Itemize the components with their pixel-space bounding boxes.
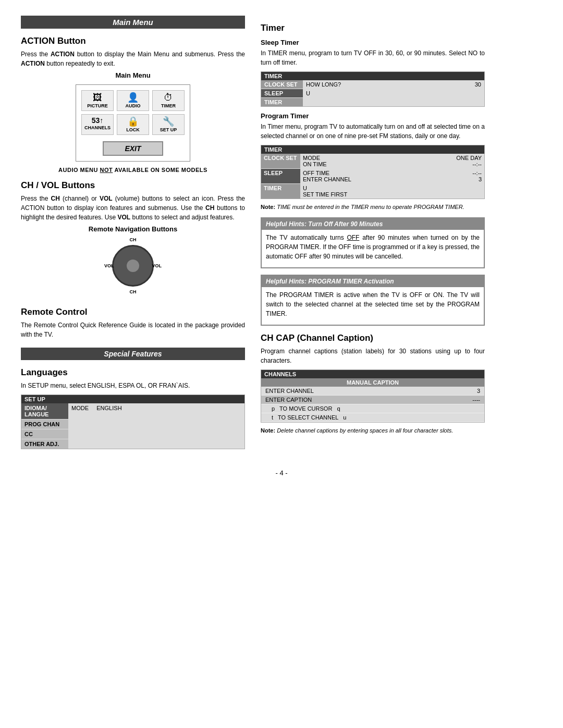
remote-nav-box: CH CH VOL VOL xyxy=(21,237,245,300)
program-timer-subtitle: Program Timer xyxy=(261,112,485,120)
sleep-timer-clockset-left: CLOCK SET xyxy=(261,80,303,89)
remote-control-body: The Remote Control Quick Reference Guide… xyxy=(21,320,245,339)
program-timer-body: In Timer menu, program TV to automatical… xyxy=(261,122,485,141)
prog-timer-timer-right: U SET TIME FIRST xyxy=(300,184,484,199)
setup-left-idioma: IDIOMA/LANGUE xyxy=(21,403,68,419)
helpful-hints-1-header: Helpful Hints: Turn Off After 90 Minutes xyxy=(262,218,484,230)
main-menu-sub-title: Main Menu xyxy=(21,71,245,79)
page-number: - 4 - xyxy=(21,469,542,477)
setup-left-cc: CC xyxy=(21,429,68,439)
setup-row-idioma: IDIOMA/LANGUE MODE ENGLISH xyxy=(21,403,244,419)
prog-timer-timer-row: TIMER U SET TIME FIRST xyxy=(261,184,484,199)
right-column: Timer Sleep Timer In TIMER menu, program… xyxy=(261,16,485,453)
menu-icon-picture: 🖼 PICTURE xyxy=(81,90,114,111)
channels-header: CHANNELS xyxy=(261,370,484,378)
action-button-title: ACTION Button xyxy=(21,36,245,46)
helpful-hints-1-box: Helpful Hints: Turn Off After 90 Minutes… xyxy=(261,217,485,268)
channels-enter-caption-row: ENTER CAPTION ---- xyxy=(261,396,484,404)
setup-menu-box: SET UP IDIOMA/LANGUE MODE ENGLISH PROG C… xyxy=(21,394,245,449)
channels-select-channel-row: t TO SELECT CHANNEL u xyxy=(261,413,484,422)
helpful-hints-2-box: Helpful Hints: PROGRAM TIMER Activation … xyxy=(261,275,485,326)
main-menu-box: 🖼 PICTURE 👤 AUDIO ⏱ TIMER 53↑ CHANNELS 🔒 xyxy=(76,84,190,162)
setup-left-otheradj: OTHER ADJ. xyxy=(21,439,68,449)
dpad-center xyxy=(127,260,139,272)
sleep-timer-header: TIMER xyxy=(261,72,484,80)
helpful-hints-2-body: The PROGRAM TIMER is active when the TV … xyxy=(262,287,484,325)
prog-timer-clockset-right: MODEONE DAY ON TIME--:-- xyxy=(300,154,484,168)
dpad-circle xyxy=(112,245,154,287)
setup-right-otheradj xyxy=(68,439,244,449)
menu-icon-audio: 👤 AUDIO xyxy=(117,90,149,111)
main-menu-header: Main Menu xyxy=(21,16,245,29)
ch-cap-body: Program channel captions (station labels… xyxy=(261,347,485,365)
dpad-container: CH CH VOL VOL xyxy=(104,237,162,294)
setup-row-progchan: PROG CHAN xyxy=(21,419,244,429)
languages-title: Languages xyxy=(21,367,245,378)
sleep-timer-timer-row: TIMER xyxy=(261,98,484,106)
languages-body: In SETUP menu, select ENGLISH, ESPA OL, … xyxy=(21,381,245,390)
ch-top-label: CH xyxy=(130,237,137,242)
prog-timer-sleep-row: SLEEP OFF TIME--:-- ENTER CHANNEL3 xyxy=(261,169,484,184)
left-column: Main Menu ACTION Button Press the ACTION… xyxy=(21,16,245,453)
prog-timer-clockset-row: CLOCK SET MODEONE DAY ON TIME--:-- xyxy=(261,154,484,169)
menu-icon-setup: 🔧 SET UP xyxy=(152,114,185,135)
channels-enter-channel-row: ENTER CHANNEL 3 xyxy=(261,387,484,396)
sleep-timer-clockset-row: CLOCK SET HOW LONG? 30 xyxy=(261,80,484,89)
sleep-timer-body: In TIMER menu, program to turn TV OFF in… xyxy=(261,48,485,67)
prog-timer-header: TIMER xyxy=(261,145,484,154)
prog-timer-sleep-left: SLEEP xyxy=(261,169,300,183)
vol-left-label: VOL xyxy=(104,263,114,268)
prog-timer-sleep-right: OFF TIME--:-- ENTER CHANNEL3 xyxy=(300,169,484,183)
sleep-timer-timer-left: TIMER xyxy=(261,98,303,106)
menu-icon-timer: ⏱ TIMER xyxy=(152,90,185,111)
sleep-timer-timer-right xyxy=(303,98,484,106)
setup-right-progchan xyxy=(68,419,244,429)
timer-title: Timer xyxy=(261,23,485,33)
ch-cap-title: CH CAP (Channel Caption) xyxy=(261,333,485,343)
helpful-hints-2-header: Helpful Hints: PROGRAM TIMER Activation xyxy=(262,276,484,287)
action-button-body: Press the ACTION button to display the M… xyxy=(21,50,245,68)
setup-menu-header: SET UP xyxy=(21,395,244,403)
remote-nav-title: Remote Navigation Buttons xyxy=(21,225,245,233)
special-features-header: Special Features xyxy=(21,348,245,360)
channels-menu-box: CHANNELS MANUAL CAPTION ENTER CHANNEL 3 … xyxy=(261,369,485,423)
setup-right-cc xyxy=(68,429,244,439)
setup-row-cc: CC xyxy=(21,429,244,439)
sleep-timer-menu: TIMER CLOCK SET HOW LONG? 30 SLEEP U TIM… xyxy=(261,71,485,107)
prog-timer-timer-left: TIMER xyxy=(261,184,300,199)
program-timer-note: Note: TIME must be entered in the TIMER … xyxy=(261,203,485,211)
menu-icon-channels: 53↑ CHANNELS xyxy=(81,114,114,135)
ch-cap-note: Note: Delete channel captions by enterin… xyxy=(261,427,485,435)
program-timer-menu: TIMER CLOCK SET MODEONE DAY ON TIME--:--… xyxy=(261,145,485,199)
helpful-hints-1-body: The TV automatically turns OFF after 90 … xyxy=(262,230,484,267)
setup-row-otheradj: OTHER ADJ. xyxy=(21,439,244,449)
sleep-timer-sleep-right: U xyxy=(303,89,484,97)
setup-left-progchan: PROG CHAN xyxy=(21,419,68,429)
sleep-timer-subtitle: Sleep Timer xyxy=(261,39,485,46)
prog-timer-clockset-left: CLOCK SET xyxy=(261,154,300,168)
menu-icon-lock: 🔒 LOCK xyxy=(117,114,149,135)
channels-move-cursor-row: p TO MOVE CURSOR q xyxy=(261,404,484,413)
remote-control-title: Remote Control xyxy=(21,307,245,317)
channels-subheader: MANUAL CAPTION xyxy=(261,378,484,387)
sleep-timer-clockset-right: HOW LONG? 30 xyxy=(303,80,484,89)
exit-button-label: EXIT xyxy=(103,141,163,156)
sleep-timer-sleep-left: SLEEP xyxy=(261,89,303,97)
ch-vol-body: Press the CH (channel) or VOL (volume) b… xyxy=(21,194,245,222)
menu-icons-grid: 🖼 PICTURE 👤 AUDIO ⏱ TIMER 53↑ CHANNELS 🔒 xyxy=(81,90,185,135)
audio-note: AUDIO MENU NOT AVAILABLE ON SOME MODELS xyxy=(21,167,245,173)
vol-right-label: VOL xyxy=(152,263,162,268)
ch-bottom-label: CH xyxy=(130,289,137,294)
setup-right-idioma: MODE ENGLISH xyxy=(68,403,244,419)
sleep-timer-sleep-row: SLEEP U xyxy=(261,89,484,98)
ch-vol-title: CH / VOL Buttons xyxy=(21,180,245,191)
